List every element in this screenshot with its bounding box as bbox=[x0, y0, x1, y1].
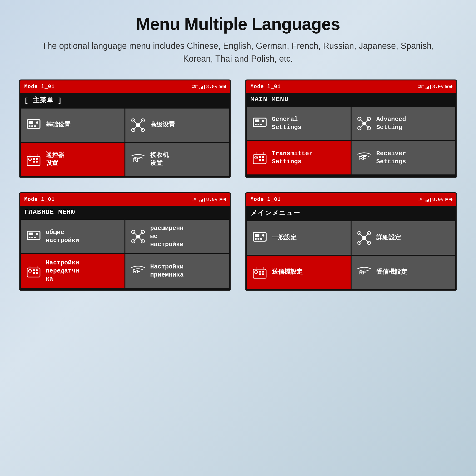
svg-rect-18 bbox=[33, 158, 35, 160]
menu-item-3[interactable]: RF Receiver Settings bbox=[352, 141, 455, 174]
menu-item-2[interactable]: 送信機設定 bbox=[247, 255, 351, 289]
svg-line-8 bbox=[138, 120, 143, 125]
svg-line-9 bbox=[133, 125, 138, 130]
transmitter-icon bbox=[251, 150, 268, 166]
menu-item-text-1: Advanced Setting bbox=[376, 116, 406, 132]
menu-item-3[interactable]: RF 接收机 设置 bbox=[125, 143, 229, 176]
svg-rect-93 bbox=[259, 271, 261, 272]
menu-item-1[interactable]: 高级设置 bbox=[125, 108, 229, 142]
transmitter-icon bbox=[251, 264, 268, 281]
int-label: INT bbox=[418, 85, 424, 88]
menu-item-1[interactable]: расширенн ые настройки bbox=[125, 220, 229, 253]
menu-item-2[interactable]: Настройки передатчи ка bbox=[21, 254, 124, 288]
menu-item-2[interactable]: 遥控器 设置 bbox=[21, 143, 124, 176]
menu-item-0[interactable]: общие настройки bbox=[21, 220, 124, 253]
svg-line-10 bbox=[138, 125, 143, 130]
battery-icon bbox=[219, 85, 226, 88]
screen-russian: Mode l_01 INT 8.0V ГЛАВНОЕ МЕНЮ общие на… bbox=[19, 192, 231, 291]
menu-item-text-3: Настройки приемника bbox=[150, 263, 184, 279]
svg-rect-46 bbox=[262, 159, 264, 161]
svg-rect-68 bbox=[33, 270, 35, 271]
battery-icon bbox=[445, 198, 452, 201]
drone-icon bbox=[356, 115, 373, 132]
screen-header: Mode l_01 INT 8.0V bbox=[20, 193, 230, 206]
drone-icon bbox=[130, 117, 146, 134]
receiver-icon: RF bbox=[356, 150, 373, 166]
transmitter-icon bbox=[25, 151, 42, 168]
svg-rect-4 bbox=[32, 125, 33, 127]
menu-grid: 基础设置 高级设置 遥控器 设置 RF 接收机 设置 bbox=[20, 108, 230, 177]
svg-line-7 bbox=[133, 120, 138, 125]
voltage: 8.0V bbox=[206, 197, 218, 202]
svg-line-32 bbox=[359, 119, 364, 123]
signal-bars bbox=[200, 85, 205, 89]
menu-item-2[interactable]: Transmitter Settings bbox=[247, 141, 351, 174]
screen-model: Mode l_01 bbox=[24, 84, 55, 90]
menu-item-0[interactable]: 基础设置 bbox=[21, 108, 124, 142]
menu-item-text-2: 送信機設定 bbox=[272, 268, 303, 276]
svg-point-2 bbox=[36, 121, 38, 124]
svg-point-52 bbox=[36, 233, 38, 235]
screen-header: Mode l_01 INT 8.0V bbox=[20, 81, 230, 93]
menu-item-text-0: 基础设置 bbox=[46, 121, 70, 129]
svg-rect-45 bbox=[259, 159, 261, 161]
svg-line-60 bbox=[138, 237, 143, 241]
screen-status: INT 8.0V bbox=[192, 84, 226, 89]
screen-model: Mode l_01 bbox=[24, 197, 55, 203]
menu-item-0[interactable]: General Settings bbox=[247, 107, 351, 140]
svg-rect-19 bbox=[36, 158, 38, 160]
svg-point-17 bbox=[30, 159, 31, 160]
svg-line-84 bbox=[359, 238, 364, 243]
menu-label: [ 主菜单 ] bbox=[20, 93, 230, 108]
svg-rect-1 bbox=[29, 121, 33, 124]
menu-item-text-1: расширенн ые настройки bbox=[150, 224, 184, 249]
int-label: INT bbox=[418, 198, 424, 201]
menu-item-1[interactable]: 詳細設定 bbox=[352, 221, 455, 255]
signal-bars bbox=[200, 197, 205, 202]
menu-item-1[interactable]: Advanced Setting bbox=[352, 107, 455, 140]
svg-line-57 bbox=[133, 232, 138, 237]
receiver-icon: RF bbox=[356, 264, 373, 281]
receiver-icon: RF bbox=[130, 151, 146, 168]
transmitter-icon bbox=[25, 263, 42, 279]
svg-rect-43 bbox=[259, 156, 261, 158]
svg-rect-96 bbox=[262, 273, 264, 275]
svg-line-83 bbox=[364, 233, 369, 238]
svg-line-85 bbox=[364, 238, 369, 243]
screens-grid: Mode l_01 INT 8.0V [ 主菜单 ] 基础设置 高级设置 bbox=[19, 80, 457, 291]
menu-item-3[interactable]: RF 受信機設定 bbox=[352, 255, 455, 289]
svg-rect-29 bbox=[257, 124, 259, 125]
menu-label: ГЛАВНОЕ МЕНЮ bbox=[20, 206, 230, 219]
menu-item-0[interactable]: 一般設定 bbox=[247, 221, 351, 255]
signal-bars bbox=[425, 197, 431, 202]
battery-icon bbox=[445, 85, 452, 88]
screen-header: Mode l_01 INT 8.0V bbox=[246, 81, 456, 93]
menu-grid: общие настройки расширенн ые настройки Н… bbox=[20, 219, 230, 289]
device-icon bbox=[25, 228, 42, 245]
page-title: Menu Multiple Languages bbox=[136, 14, 340, 34]
svg-line-59 bbox=[133, 237, 138, 241]
menu-item-text-2: Настройки передатчи ка bbox=[46, 259, 79, 283]
svg-rect-80 bbox=[260, 238, 262, 240]
svg-rect-20 bbox=[33, 161, 35, 163]
svg-rect-28 bbox=[255, 124, 256, 125]
menu-item-text-3: Receiver Settings bbox=[376, 150, 406, 166]
menu-item-text-3: 接收机 设置 bbox=[150, 151, 169, 168]
svg-rect-26 bbox=[255, 119, 259, 122]
signal-bars bbox=[425, 85, 431, 89]
page-subtitle: The optional language menu includes Chin… bbox=[36, 39, 440, 65]
screen-japanese: Mode l_01 INT 8.0V メインメニュー 一般設定 詳細設定 bbox=[245, 192, 457, 291]
svg-rect-94 bbox=[262, 271, 264, 272]
svg-rect-55 bbox=[34, 237, 36, 238]
screen-model: Mode l_01 bbox=[250, 197, 281, 203]
device-icon bbox=[25, 117, 42, 134]
svg-rect-21 bbox=[36, 161, 38, 163]
int-label: INT bbox=[192, 198, 198, 201]
svg-rect-44 bbox=[262, 156, 264, 158]
menu-item-3[interactable]: RF Настройки приемника bbox=[125, 254, 229, 288]
svg-point-27 bbox=[262, 120, 264, 122]
svg-point-42 bbox=[255, 157, 256, 158]
svg-rect-71 bbox=[36, 272, 38, 274]
screen-status: INT 8.0V bbox=[418, 197, 452, 202]
svg-rect-5 bbox=[34, 125, 36, 127]
